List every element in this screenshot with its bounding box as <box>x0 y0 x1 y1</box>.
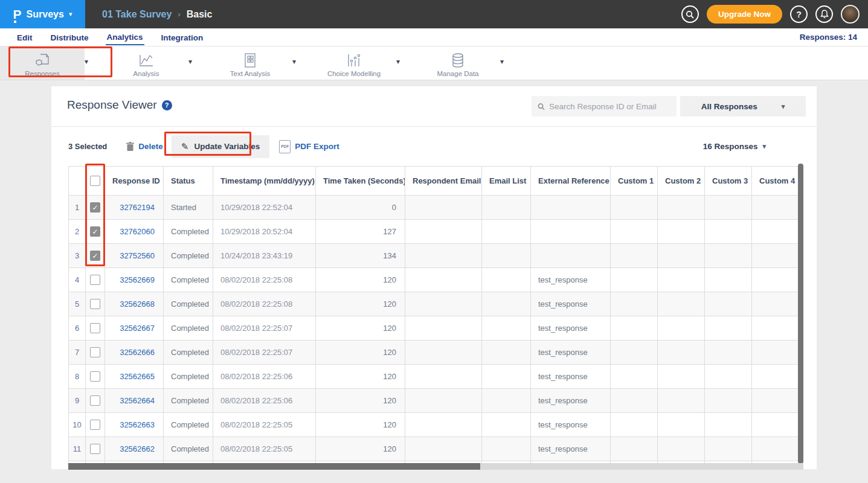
toolbar-item-choice-modelling[interactable]: Choice Modelling ▾ <box>312 46 416 80</box>
row-checkbox[interactable] <box>90 202 100 213</box>
pdf-icon: PDF <box>279 140 291 153</box>
chevron-down-icon[interactable]: ▾ <box>85 57 93 69</box>
response-id-link[interactable]: 32562668 <box>120 299 155 309</box>
delete-button[interactable]: Delete <box>126 142 163 152</box>
chevron-down-icon[interactable]: ▾ <box>500 57 509 69</box>
toolbar-item-text-analysis[interactable]: Text Analysis ▾ <box>208 46 312 80</box>
table-row: 632562667Completed08/02/2018 22:25:07120… <box>69 316 799 341</box>
custom-4-cell <box>752 389 799 413</box>
custom-2-cell <box>658 413 705 437</box>
response-id-cell: 32562667 <box>105 316 164 341</box>
email-list-cell <box>482 413 531 437</box>
time-taken-cell: 120 <box>316 389 405 413</box>
row-checkbox[interactable] <box>90 323 100 333</box>
toolbar-item-analysis[interactable]: Analysis ▾ <box>104 46 208 80</box>
nav-item-edit[interactable]: Edit <box>16 30 34 45</box>
header-response-id[interactable]: Response ID⇅ <box>105 167 164 196</box>
user-avatar[interactable] <box>841 5 860 24</box>
row-checkbox[interactable] <box>90 251 100 261</box>
respondent-email-cell <box>405 316 482 341</box>
respondent-email-cell <box>405 292 482 316</box>
row-number: 11 <box>69 437 86 461</box>
email-list-cell <box>482 244 531 268</box>
email-list-cell <box>482 437 531 461</box>
response-id-link[interactable]: 32562665 <box>120 372 155 381</box>
responses-count-dropdown[interactable]: 16 Responses ▾ <box>703 142 766 151</box>
custom-1-cell <box>611 196 658 220</box>
row-checkbox[interactable] <box>90 420 100 430</box>
search-button[interactable] <box>681 5 699 23</box>
chevron-down-icon[interactable]: ▾ <box>292 57 301 69</box>
nav-item-integration[interactable]: Integration <box>160 30 205 45</box>
table-row: 1132562662Completed08/02/2018 22:25:0512… <box>69 437 799 461</box>
response-id-link[interactable]: 32562667 <box>120 324 155 333</box>
title-help-icon[interactable]: ? <box>162 100 172 110</box>
custom-2-cell <box>658 437 705 461</box>
response-id-link[interactable]: 32562669 <box>120 275 155 284</box>
chevron-down-icon[interactable]: ▾ <box>396 57 405 69</box>
custom-1-cell <box>611 220 658 244</box>
responses-dropdown-label: 16 Responses <box>703 142 758 151</box>
nav-item-analytics[interactable]: Analytics <box>106 30 144 45</box>
email-list-cell <box>482 365 531 389</box>
time-taken-cell: 120 <box>316 413 405 437</box>
custom-2-cell <box>658 389 705 413</box>
custom-4-cell <box>752 292 799 316</box>
upgrade-now-button[interactable]: Upgrade Now <box>707 5 782 24</box>
table-row: 232762060Completed10/29/2018 20:52:04127 <box>69 220 799 244</box>
search-input[interactable] <box>549 102 670 111</box>
row-checkbox[interactable] <box>90 347 100 357</box>
header-custom-1: Custom 1 <box>611 167 658 196</box>
horizontal-scrollbar-track[interactable] <box>68 463 803 470</box>
breadcrumb-survey-name[interactable]: 01 Take Survey <box>102 9 172 20</box>
response-id-link[interactable]: 32752560 <box>120 251 155 260</box>
update-variables-button[interactable]: ✎ Update Variables <box>172 135 269 158</box>
responses-table-wrap: Response ID⇅ Status Timestamp (mm/dd/yyy… <box>68 166 799 466</box>
row-number: 1 <box>69 196 86 220</box>
row-checkbox[interactable] <box>90 299 100 309</box>
email-list-cell <box>482 268 531 292</box>
timestamp-cell: 08/02/2018 22:25:08 <box>213 268 316 292</box>
header-select-all <box>86 167 105 196</box>
response-id-link[interactable]: 32562662 <box>120 444 155 453</box>
horizontal-scrollbar-thumb[interactable] <box>68 463 480 470</box>
surveys-menu[interactable]: P Surveys ▾ <box>0 0 85 28</box>
chevron-down-icon[interactable]: ▾ <box>188 57 197 69</box>
row-checkbox[interactable] <box>90 275 100 285</box>
row-checkbox[interactable] <box>90 371 100 382</box>
row-select-cell <box>86 341 105 365</box>
help-button[interactable]: ? <box>790 5 808 23</box>
header-time-taken[interactable]: Time Taken (Seconds)⇅ <box>316 167 405 196</box>
response-id-link[interactable]: 32762194 <box>120 203 155 212</box>
toolbar-item-responses[interactable]: Responses ▾ <box>0 46 104 80</box>
email-list-cell <box>482 389 531 413</box>
time-taken-cell: 120 <box>316 437 405 461</box>
vertical-scrollbar[interactable] <box>798 164 803 464</box>
header-timestamp[interactable]: Timestamp (mm/dd/yyyy)⇅ <box>213 167 316 196</box>
row-checkbox[interactable] <box>90 395 100 406</box>
row-checkbox[interactable] <box>90 444 100 454</box>
response-id-link[interactable]: 32562663 <box>120 420 155 429</box>
text-analysis-icon <box>242 53 258 68</box>
nav-item-distribute[interactable]: Distribute <box>50 30 90 45</box>
pdf-export-button[interactable]: PDF PDF Export <box>279 140 339 153</box>
row-select-cell <box>86 268 105 292</box>
row-select-cell <box>86 244 105 268</box>
custom-1-cell <box>611 268 658 292</box>
delete-label: Delete <box>138 142 163 151</box>
status-cell: Completed <box>164 341 213 365</box>
notifications-button[interactable] <box>815 5 833 23</box>
response-id-link[interactable]: 32762060 <box>120 227 155 236</box>
toolbar-item-manage-data[interactable]: Manage Data ▾ <box>416 46 519 80</box>
row-checkbox[interactable] <box>90 226 100 237</box>
select-all-checkbox[interactable] <box>90 176 100 186</box>
response-viewer-card: Response Viewer ? All Responses ▾ 3 Sele… <box>51 86 817 469</box>
response-id-link[interactable]: 32562666 <box>120 348 155 357</box>
time-taken-cell: 127 <box>316 220 405 244</box>
breadcrumb: 01 Take Survey › Basic <box>102 9 212 20</box>
update-variables-label: Update Variables <box>194 142 260 151</box>
response-id-link[interactable]: 32562664 <box>120 396 155 405</box>
custom-3-cell <box>705 413 752 437</box>
email-list-cell <box>482 220 531 244</box>
response-filter-dropdown[interactable]: All Responses ▾ <box>680 96 806 117</box>
